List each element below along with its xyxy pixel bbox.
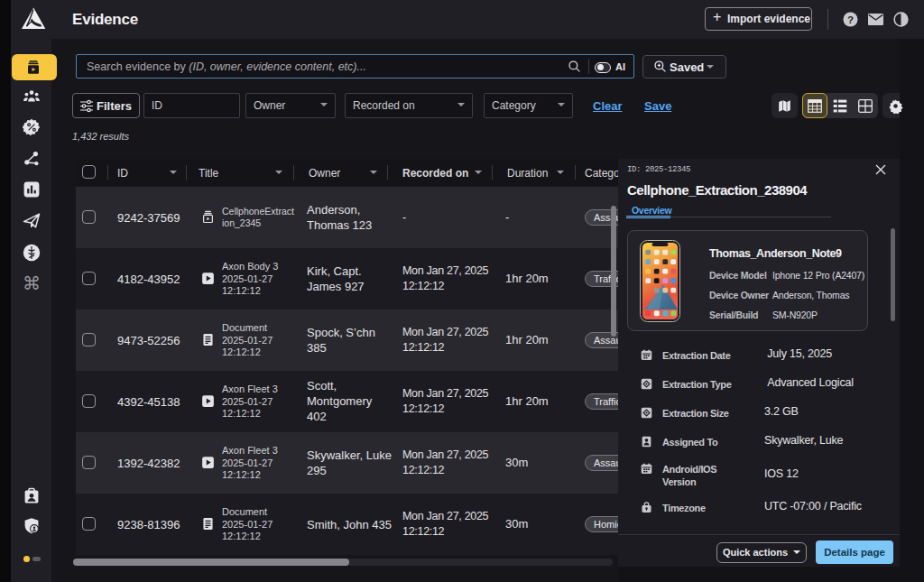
svg-text:?: ? [847,14,854,25]
